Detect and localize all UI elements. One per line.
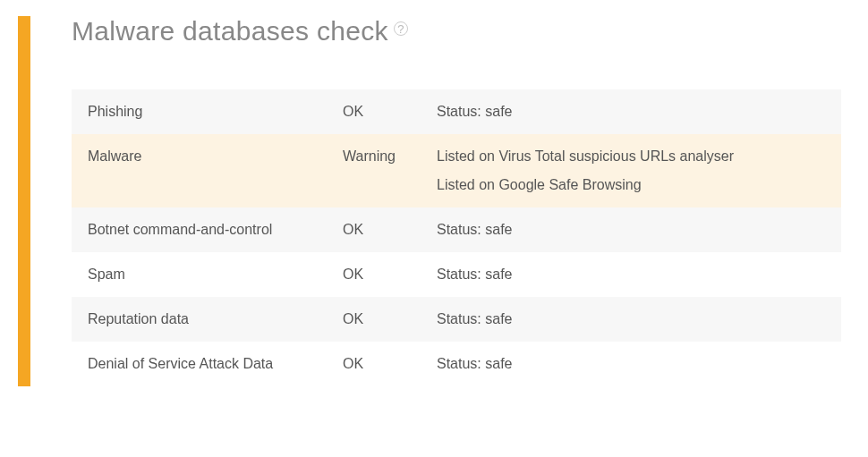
checks-table: PhishingOKStatus: safeMalwareWarningList… [72,89,841,386]
check-category: Reputation data [88,311,343,327]
table-row: PhishingOKStatus: safe [72,89,841,134]
check-category: Phishing [88,104,343,120]
check-details: Status: safe [437,311,825,327]
table-row: Denial of Service Attack DataOKStatus: s… [72,342,841,386]
check-category: Denial of Service Attack Data [88,356,343,372]
check-category: Botnet command-and-control [88,222,343,238]
check-detail-line: Listed on Google Safe Browsing [437,177,825,193]
check-details: Listed on Virus Total suspicious URLs an… [437,148,825,193]
check-status: Warning [343,148,437,193]
check-detail-line: Status: safe [437,267,825,283]
check-details: Status: safe [437,104,825,120]
check-status: OK [343,222,437,238]
check-detail-line: Status: safe [437,104,825,120]
check-details: Status: safe [437,267,825,283]
help-icon[interactable]: ? [394,21,408,36]
check-status: OK [343,104,437,120]
check-status: OK [343,267,437,283]
page-title: Malware databases check [72,16,388,47]
title-row: Malware databases check ? [72,16,841,47]
check-detail-line: Status: safe [437,311,825,327]
check-category: Malware [88,148,343,193]
check-detail-line: Status: safe [437,356,825,372]
check-details: Status: safe [437,356,825,372]
table-row: Reputation dataOKStatus: safe [72,297,841,342]
content-area: Malware databases check ? PhishingOKStat… [30,16,850,386]
check-status: OK [343,311,437,327]
table-row: Botnet command-and-controlOKStatus: safe [72,207,841,252]
table-row: SpamOKStatus: safe [72,252,841,297]
check-details: Status: safe [437,222,825,238]
check-category: Spam [88,267,343,283]
check-status: OK [343,356,437,372]
malware-check-panel: Malware databases check ? PhishingOKStat… [18,16,850,386]
check-detail-line: Listed on Virus Total suspicious URLs an… [437,148,825,165]
accent-bar [18,16,30,386]
check-detail-line: Status: safe [437,222,825,238]
table-row: MalwareWarningListed on Virus Total susp… [72,134,841,207]
